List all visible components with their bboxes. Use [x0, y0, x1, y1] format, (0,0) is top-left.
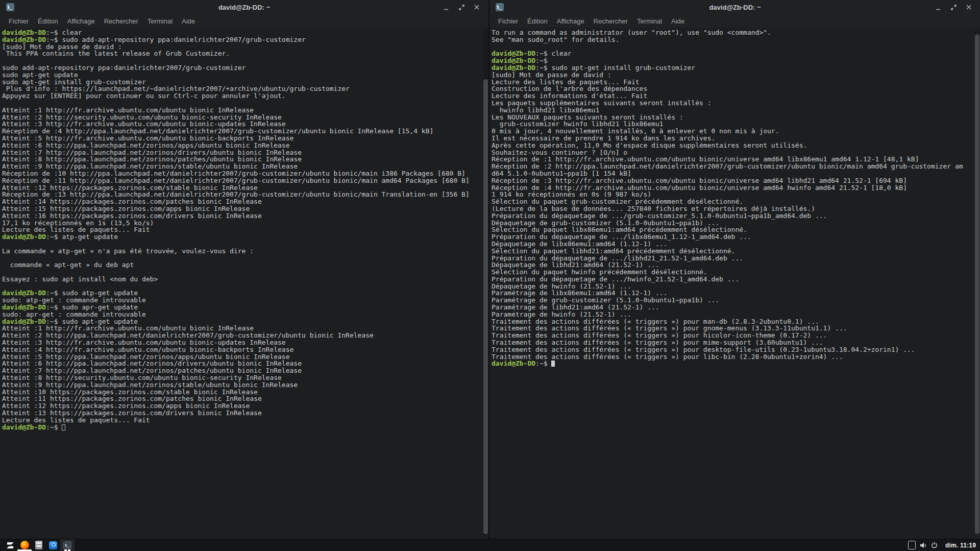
terminal-line: To run a command as administrator (user … — [492, 29, 980, 36]
terminal-line: Sélection du paquet grub-customizer préc… — [492, 198, 980, 205]
clock[interactable]: dim. 11:19 — [945, 542, 976, 549]
menu-rechercher[interactable]: Rechercher — [100, 16, 143, 26]
close-button[interactable] — [469, 1, 484, 13]
software-icon[interactable] — [46, 539, 60, 551]
terminal-line: sudo: atp-get : commande introuvable — [2, 297, 488, 304]
terminal-line: Atteint :12 https://packages.zorinos.com… — [2, 184, 488, 191]
terminal-line: 1 914 ko réceptionnés en 0s (9 987 ko/s) — [492, 191, 980, 198]
shell-prompt: david@Zb-DD — [492, 64, 535, 71]
terminal-line: david@Zb-DD:~$ — [2, 424, 488, 431]
terminal-line — [2, 100, 488, 107]
terminal-line: Sélection du paquet libhd21:amd64 précéd… — [492, 248, 980, 255]
terminal-line: Lecture des listes de paquets... Fait — [2, 417, 488, 424]
terminal-line: Atteint :9 http://ppa.launchpad.net/zori… — [2, 163, 488, 170]
close-button[interactable] — [961, 1, 976, 13]
scrollbar-thumb[interactable] — [975, 34, 979, 534]
terminal-line: grub-customizer hwinfo libhd21 libx86emu… — [492, 121, 980, 128]
terminal-line: Réception de :4 http://fr.archive.ubuntu… — [492, 184, 980, 191]
terminal-line: Les paquets supplémentaires suivants ser… — [492, 100, 980, 107]
menubar: FichierÉditionAffichageRechercherTermina… — [489, 14, 980, 28]
menu-edition[interactable]: Édition — [523, 16, 552, 26]
terminal-line: Réception de :4 http://ppa.launchpad.net… — [2, 128, 488, 135]
terminal-line: david@Zb-DD:~$ sudo add-apt-repository p… — [2, 36, 488, 43]
shell-prompt: david@Zb-DD — [2, 36, 46, 43]
terminal-line: [sudo] Mot de passe de david : — [2, 43, 488, 51]
window-title: david@Zb-DD: ~ — [489, 4, 980, 11]
desktop: $_ david@Zb-DD: ~ FichierÉditionAffichag… — [0, 0, 980, 551]
menu-affichage[interactable]: Affichage — [552, 16, 589, 26]
terminal-line: Atteint :6 http://ppa.launchpad.net/zori… — [2, 360, 488, 367]
menu-edition[interactable]: Édition — [33, 16, 63, 26]
minimize-button[interactable] — [930, 1, 946, 13]
menu-fichier[interactable]: Fichier — [4, 16, 33, 26]
power-icon[interactable] — [929, 539, 940, 551]
terminal-icon[interactable]: $_ — [60, 539, 75, 551]
terminal-line: Préparation du dépaquetage de .../libx86… — [492, 233, 980, 241]
terminal-line: Réception de :1 http://fr.archive.ubuntu… — [492, 156, 980, 163]
terminal-line: Sélection du paquet libx86emu1:amd64 pré… — [492, 226, 980, 233]
terminal-line: Dépaquetage de hwinfo (21.52-1) ... — [492, 283, 980, 290]
terminal-line: david@Zb-DD:~$ — [492, 57, 980, 64]
titlebar[interactable]: $_ david@Zb-DD: ~ — [0, 0, 488, 14]
shell-prompt: david@Zb-DD — [2, 289, 46, 297]
firefox-icon[interactable] — [17, 539, 32, 551]
menu-fichier[interactable]: Fichier — [494, 16, 523, 26]
terminal-window-left: $_ david@Zb-DD: ~ FichierÉditionAffichag… — [0, 0, 488, 539]
terminal-line: Atteint :7 http://ppa.launchpad.net/zori… — [2, 367, 488, 374]
terminal-line: Atteint :9 http://ppa.launchpad.net/zori… — [2, 381, 488, 389]
terminal-line: This PPA contains the latest release of … — [2, 50, 488, 57]
menu-aide[interactable]: Aide — [667, 16, 689, 26]
menu-affichage[interactable]: Affichage — [63, 16, 100, 26]
terminal-line: david@Zb-DD:~$ sudo atp-get update — [2, 290, 488, 297]
terminal-line: Paramétrage de hwinfo (21.52-1) ... — [492, 311, 980, 318]
terminal-line: Atteint :7 http://ppa.launchpad.net/zori… — [2, 149, 488, 156]
terminal-line: Traitement des actions différées (« trig… — [492, 332, 980, 339]
terminal-line: david@Zb-DD:~$ sudo apt-get install grub… — [492, 64, 980, 71]
terminal-line: Réception de :11 http://ppa.launchpad.ne… — [2, 177, 488, 184]
terminal-line: Après cette opération, 11,0 Mo d'espace … — [492, 142, 980, 149]
shell-prompt: david@Zb-DD — [2, 423, 46, 431]
terminal-line: sudo apt-get update — [2, 71, 488, 79]
titlebar[interactable]: $_ david@Zb-DD: ~ — [489, 0, 980, 14]
restore-button[interactable] — [454, 1, 469, 13]
restore-button[interactable] — [946, 1, 961, 13]
minimize-button[interactable] — [438, 1, 454, 13]
terminal-line: Lecture des listes de paquets... Fait — [2, 226, 488, 233]
scrollbar-thumb[interactable] — [483, 79, 488, 534]
taskbar: $_ dim. 11:19 — [0, 539, 980, 551]
terminal-line: Atteint :3 http://fr.archive.ubuntu.com/… — [2, 339, 488, 346]
terminal-line: Réception de :2 http://ppa.launchpad.net… — [492, 163, 980, 170]
menu-terminal[interactable]: Terminal — [632, 16, 667, 26]
taskbar-app-icons: $_ — [0, 539, 75, 551]
menu-terminal[interactable]: Terminal — [143, 16, 177, 26]
terminal-line: Traitement des actions différées (« trig… — [492, 339, 980, 346]
files-icon[interactable] — [32, 539, 46, 551]
terminal-line: Préparation du dépaquetage de .../libhd2… — [492, 255, 980, 262]
terminal-line: La commande « atp-get » n'a pas été trou… — [2, 248, 488, 255]
zorin-menu-icon[interactable] — [3, 539, 17, 551]
shell-prompt: david@Zb-DD — [2, 303, 46, 311]
menu-aide[interactable]: Aide — [177, 16, 200, 26]
display-icon[interactable] — [906, 539, 918, 551]
terminal-viewport[interactable]: To run a command as administrator (user … — [489, 28, 980, 539]
terminal-viewport[interactable]: david@Zb-DD:~$ cleardavid@Zb-DD:~$ sudo … — [0, 28, 488, 539]
terminal-line — [2, 241, 488, 248]
volume-icon[interactable] — [918, 539, 929, 551]
terminal-line — [2, 269, 488, 276]
terminal-line: Atteint :6 http://ppa.launchpad.net/zori… — [2, 142, 488, 149]
terminal-line: Atteint :1 http://fr.archive.ubuntu.com/… — [2, 325, 488, 332]
terminal-line: Construction de l'arbre des dépendances — [492, 85, 980, 92]
terminal-line: Atteint :8 http://security.ubuntu.com/ub… — [2, 374, 488, 381]
terminal-line: david@Zb-DD:~$ — [492, 360, 980, 367]
terminal-line: Lecture des listes de paquets... Fait — [492, 79, 980, 86]
terminal-line: david@Zb-DD:~$ sudo apt-get update — [2, 318, 488, 325]
terminal-line: Paramétrage de grub-customizer (5.1.0-0u… — [492, 297, 980, 304]
terminal-line: Souhaitez-vous continuer ? [O/n] o — [492, 149, 980, 156]
window-title: david@Zb-DD: ~ — [0, 4, 488, 11]
terminal-line: Atteint :10 https://packages.zorinos.com… — [2, 389, 488, 396]
menu-rechercher[interactable]: Rechercher — [589, 16, 632, 26]
menubar: FichierÉditionAffichageRechercherTermina… — [0, 14, 488, 28]
terminal-line: david@Zb-DD:~$ clear — [492, 50, 980, 57]
terminal-line: Préparation du dépaquetage de .../hwinfo… — [492, 276, 980, 283]
terminal-line: Réception de :13 http://ppa.launchpad.ne… — [2, 191, 488, 198]
